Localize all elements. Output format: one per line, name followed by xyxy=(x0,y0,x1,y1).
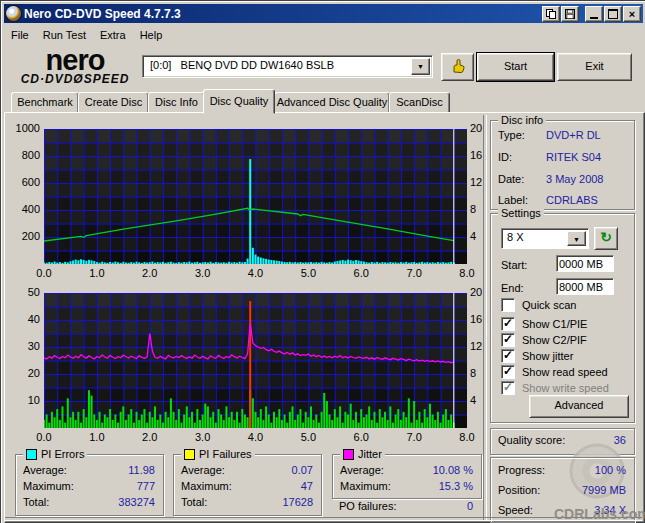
end-field-label: End: xyxy=(501,282,524,294)
tab-advanced-disc-quality[interactable]: Advanced Disc Quality xyxy=(274,92,390,114)
pi-errors-title: PI Errors xyxy=(41,448,84,460)
panel-divider xyxy=(483,115,487,521)
app-window: Nero CD-DVD Speed 4.7.7.3 × File Run Tes… xyxy=(0,0,645,523)
menu-extra[interactable]: Extra xyxy=(93,27,133,43)
close-button[interactable]: × xyxy=(623,6,641,22)
close-icon: × xyxy=(629,9,635,19)
disc-id: RITEK S04 xyxy=(546,151,601,163)
watermark-text: CDRLabs.com xyxy=(554,506,645,522)
refresh-icon: ↻ xyxy=(600,229,612,245)
pi-failures-swatch xyxy=(184,449,195,460)
refresh-button[interactable]: ↻ xyxy=(594,227,618,250)
titlebar-buttons: × xyxy=(542,6,641,22)
settings-title: Settings xyxy=(501,207,541,219)
disc-info-title: Disc info xyxy=(501,114,543,126)
advanced-button[interactable]: Advanced xyxy=(529,395,629,418)
pi-errors-legend: PI Errors Average:11.98 Maximum:777 Tota… xyxy=(15,454,164,516)
show-write-speed-checkbox: Show write speed xyxy=(501,381,609,395)
pi-errors-swatch xyxy=(26,449,37,460)
show-jitter-checkbox[interactable]: Show jitter xyxy=(501,349,573,363)
save-button[interactable] xyxy=(561,6,579,22)
start-field-label: Start: xyxy=(501,259,527,271)
window-title: Nero CD-DVD Speed 4.7.7.3 xyxy=(24,7,181,21)
maximize-icon xyxy=(608,9,618,19)
pi-failures-legend: PI Failures Average:0.07 Maximum:47 Tota… xyxy=(173,454,322,516)
copy-icon xyxy=(546,9,556,19)
pie-total: 383274 xyxy=(118,496,155,508)
app-icon xyxy=(6,6,21,21)
position-value: 7999 MB xyxy=(582,484,626,496)
tab-disc-quality[interactable]: Disc Quality xyxy=(203,89,275,114)
jitter-swatch xyxy=(343,449,354,460)
tab-benchmark[interactable]: Benchmark xyxy=(11,92,79,114)
nero-logo-text: nero xyxy=(9,48,141,72)
menu-run-test[interactable]: Run Test xyxy=(36,27,93,43)
pie-average: 11.98 xyxy=(128,464,155,476)
progress-value: 100 % xyxy=(595,464,626,476)
end-input[interactable] xyxy=(556,278,614,295)
show-c1-pie-checkbox[interactable]: Show C1/PIE xyxy=(501,317,587,331)
nero-logo-subtext: CD·DVDØSPEED xyxy=(9,72,141,86)
menu-file[interactable]: File xyxy=(4,27,36,43)
hand-icon xyxy=(450,58,466,74)
tabbar: Benchmark Create Disc Disc Info Disc Qua… xyxy=(4,89,643,112)
drive-select-value: [0:0] BENQ DVD DD DW1640 BSLB xyxy=(150,59,334,71)
speed-select[interactable]: 8 X ▼ xyxy=(501,228,589,249)
nero-logo: nero CD·DVDØSPEED xyxy=(9,48,141,86)
menubar: File Run Test Extra Help xyxy=(4,24,643,45)
copy-to-clipboard-button[interactable] xyxy=(542,6,560,22)
pif-average: 0.07 xyxy=(292,464,313,476)
minimize-icon xyxy=(590,17,598,19)
speed-select-value: 8 X xyxy=(507,231,524,243)
save-icon xyxy=(565,9,575,19)
disc-info-group: Disc info Type: DVD+R DL ID: RITEK S04 D… xyxy=(490,120,635,210)
titlebar: Nero CD-DVD Speed 4.7.7.3 × xyxy=(4,4,643,23)
jitter-legend: Jitter Average:10.08 % Maximum:15.3 % xyxy=(332,454,482,499)
chevron-down-icon[interactable]: ▼ xyxy=(567,231,586,246)
maximize-button[interactable] xyxy=(604,6,622,22)
show-c2-pif-checkbox[interactable]: Show C2/PIF xyxy=(501,333,587,347)
drive-properties-button[interactable] xyxy=(441,53,474,81)
tab-disc-info[interactable]: Disc Info xyxy=(148,92,205,114)
settings-group: Settings 8 X ▼ ↻ Start: End: Quick scan … xyxy=(490,213,635,423)
disc-type: DVD+R DL xyxy=(546,129,601,141)
exit-button[interactable]: Exit xyxy=(557,53,632,81)
po-failures-value: 0 xyxy=(467,500,473,512)
tab-scandisc[interactable]: ScanDisc xyxy=(389,92,450,114)
pie-maximum: 777 xyxy=(137,480,155,492)
quality-score-value: 36 xyxy=(614,434,626,446)
jitter-title: Jitter xyxy=(358,448,382,460)
pif-maximum: 47 xyxy=(301,480,313,492)
pi-failures-title: PI Failures xyxy=(199,448,252,460)
quality-score-label: Quality score: xyxy=(498,434,565,446)
po-failures-row: PO failures:0 xyxy=(339,500,473,512)
disc-label: CDRLABS xyxy=(546,194,598,206)
menu-help[interactable]: Help xyxy=(133,27,170,43)
start-input[interactable] xyxy=(556,255,614,272)
drive-select[interactable]: [0:0] BENQ DVD DD DW1640 BSLB ▼ xyxy=(142,55,433,78)
status-bar xyxy=(5,517,642,521)
chevron-down-icon[interactable]: ▼ xyxy=(411,58,430,75)
jitter-maximum: 15.3 % xyxy=(439,480,473,492)
start-button[interactable]: Start xyxy=(477,53,554,81)
jitter-average: 10.08 % xyxy=(433,464,473,476)
quick-scan-checkbox[interactable]: Quick scan xyxy=(501,298,576,312)
disc-date: 3 May 2008 xyxy=(546,173,603,185)
minimize-button[interactable] xyxy=(585,6,603,22)
show-read-speed-checkbox[interactable]: Show read speed xyxy=(501,365,608,379)
pif-total: 17628 xyxy=(282,496,313,508)
tab-create-disc[interactable]: Create Disc xyxy=(78,92,149,114)
